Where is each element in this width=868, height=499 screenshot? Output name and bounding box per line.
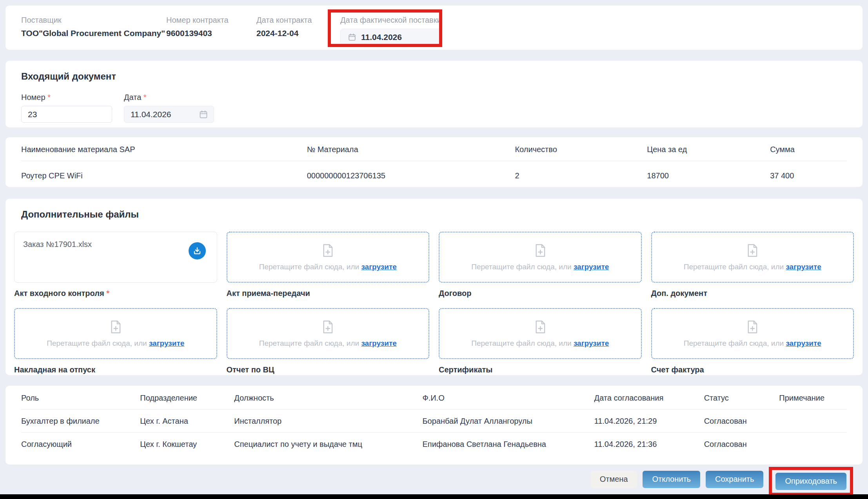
col-status: Статус xyxy=(704,386,779,410)
dropzone-text: Перетащите файл сюда, или загрузите xyxy=(684,339,821,348)
actual-delivery-label: Дата фактической поставки xyxy=(340,16,441,25)
file-plus-icon xyxy=(745,243,760,258)
file-dropzone[interactable]: Перетащите файл сюда, или загрузите xyxy=(651,308,854,359)
file-dropzone[interactable]: Перетащите файл сюда, или загрузите xyxy=(14,308,217,359)
file-slot: Перетащите файл сюда, или загрузите Накл… xyxy=(14,308,217,374)
file-dropzone[interactable]: Перетащите файл сюда, или загрузите xyxy=(651,232,854,283)
receive-button[interactable]: Оприходовать xyxy=(775,473,846,490)
file-plus-icon xyxy=(533,319,548,334)
dropzone-text: Перетащите файл сюда, или загрузите xyxy=(684,263,821,271)
file-plus-icon xyxy=(108,319,123,334)
document-number-input[interactable] xyxy=(21,106,112,123)
file-dropzone[interactable]: Перетащите файл сюда, или загрузите xyxy=(439,308,642,359)
supplier-value: ТОО"Global Procurement Company" xyxy=(21,29,166,38)
file-slot-label: Отчет по ВЦ xyxy=(227,365,430,374)
approval-row: Бухгалтер в филиале Цех г. Астана Инстал… xyxy=(21,410,847,433)
note-cell xyxy=(779,433,847,456)
position-cell: Специалист по учету и выдаче тмц xyxy=(234,433,422,456)
required-asterisk: * xyxy=(47,93,51,102)
status-cell: Согласован xyxy=(704,410,779,433)
quantity-cell: 2 xyxy=(515,161,647,192)
material-name-cell: Роутер CPE WiFi xyxy=(21,161,307,192)
upload-link[interactable]: загрузите xyxy=(149,339,184,347)
upload-link[interactable]: загрузите xyxy=(361,263,396,271)
upload-link[interactable]: загрузите xyxy=(574,263,609,271)
material-row: Роутер CPE WiFi 000000000123706135 2 187… xyxy=(21,161,847,192)
col-department: Подразделение xyxy=(140,386,234,410)
calendar-icon xyxy=(199,110,208,119)
fullname-cell: Боранбай Дулат Аллангорулы xyxy=(422,410,594,433)
contract-date-value: 2024-12-04 xyxy=(256,29,340,38)
col-approval-date: Дата согласования xyxy=(594,386,704,410)
uploaded-filename: Заказ №17901.xlsx xyxy=(23,240,92,249)
footer-actions: Отмена Отклонить Сохранить Оприходовать xyxy=(5,465,863,494)
materials-table: Наименование материала SAP № Материала К… xyxy=(21,137,847,191)
supplier-label: Поставщик xyxy=(21,16,166,25)
department-cell: Цех г. Астана xyxy=(140,410,234,433)
contract-number-field: Номер контракта 9600139403 xyxy=(166,16,256,38)
files-grid: Заказ №17901.xlsx Акт входного контроля … xyxy=(14,232,854,374)
document-date-field: Дата * 11.04.2026 xyxy=(124,93,214,123)
upload-link[interactable]: загрузите xyxy=(786,339,821,347)
file-plus-icon xyxy=(320,243,335,258)
col-material-name: Наименование материала SAP xyxy=(21,137,307,161)
file-dropzone[interactable]: Перетащите файл сюда, или загрузите xyxy=(227,232,430,283)
file-dropzone[interactable]: Перетащите файл сюда, или загрузите xyxy=(439,232,642,283)
file-slot: Перетащите файл сюда, или загрузите Акт … xyxy=(227,232,430,298)
approvals-table: Роль Подразделение Должность Ф.И.О Дата … xyxy=(21,386,847,455)
approvals-table-card: Роль Подразделение Должность Ф.И.О Дата … xyxy=(5,386,863,465)
role-cell: Согласующий xyxy=(21,433,140,456)
file-plus-icon xyxy=(745,319,760,334)
col-total: Сумма xyxy=(770,137,847,161)
dropzone-text: Перетащите файл сюда, или загрузите xyxy=(47,339,184,348)
cancel-button[interactable]: Отмена xyxy=(590,471,637,488)
actual-delivery-date-picker[interactable]: 11.04.2026 xyxy=(340,29,441,45)
position-cell: Инсталлятор xyxy=(234,410,422,433)
col-fullname: Ф.И.О xyxy=(422,386,594,410)
incoming-document-fields: Номер * Дата * 11.04.2026 xyxy=(21,93,847,123)
upload-link[interactable]: загрузите xyxy=(361,339,396,347)
file-slot-label: Акт приема-передачи xyxy=(227,289,430,298)
download-file-button[interactable] xyxy=(189,242,206,259)
file-slot: Перетащите файл сюда, или загрузите Дого… xyxy=(439,232,642,298)
file-dropzone[interactable]: Перетащите файл сюда, или загрузите xyxy=(227,308,430,359)
actual-delivery-date-value: 11.04.2026 xyxy=(361,33,402,42)
supplier-field: Поставщик ТОО"Global Procurement Company… xyxy=(21,16,166,38)
document-number-label: Номер * xyxy=(21,93,112,102)
contract-number-value: 9600139403 xyxy=(166,29,256,38)
document-date-picker[interactable]: 11.04.2026 xyxy=(124,106,214,123)
file-slot-label: Договор xyxy=(439,289,642,298)
incoming-document-title: Входящий документ xyxy=(21,71,847,82)
file-slot: Перетащите файл сюда, или загрузите Серт… xyxy=(439,308,642,374)
incoming-document-card: Входящий документ Номер * Дата * 11.04.2… xyxy=(5,61,863,127)
save-button[interactable]: Сохранить xyxy=(706,471,763,488)
department-cell: Цех г. Кокшетау xyxy=(140,433,234,456)
approval-date-cell: 11.04.2026, 21:36 xyxy=(594,433,704,456)
file-slot-label: Счет фактура xyxy=(651,365,854,374)
upload-link[interactable]: загрузите xyxy=(574,339,609,347)
col-role: Роль xyxy=(21,386,140,410)
col-unit-price: Цена за ед xyxy=(647,137,770,161)
note-cell xyxy=(779,410,847,433)
status-cell: Согласован xyxy=(704,433,779,456)
file-slot-label: Сертификаты xyxy=(439,365,642,374)
dropzone-text: Перетащите файл сюда, или загрузите xyxy=(471,263,609,271)
material-number-cell: 000000000123706135 xyxy=(307,161,515,192)
file-slot: Перетащите файл сюда, или загрузите Отче… xyxy=(227,308,430,374)
unit-price-cell: 18700 xyxy=(647,161,770,192)
required-asterisk: * xyxy=(143,93,147,102)
document-number-field: Номер * xyxy=(21,93,112,123)
col-material-number: № Материала xyxy=(307,137,515,161)
fullname-cell: Епифанова Светлана Генадьевна xyxy=(422,433,594,456)
contract-number-label: Номер контракта xyxy=(166,16,256,25)
file-slot: Перетащите файл сюда, или загрузите Счет… xyxy=(651,308,854,374)
reject-button[interactable]: Отклонить xyxy=(643,471,700,488)
dropzone-text: Перетащите файл сюда, или загрузите xyxy=(471,339,609,348)
approvals-header-row: Роль Подразделение Должность Ф.И.О Дата … xyxy=(21,386,847,410)
contract-header-card: Поставщик ТОО"Global Procurement Company… xyxy=(5,5,863,50)
upload-link[interactable]: загрузите xyxy=(786,263,821,271)
download-icon xyxy=(192,246,202,256)
col-quantity: Количество xyxy=(515,137,647,161)
bottom-edge-strip xyxy=(0,494,868,499)
materials-table-card: Наименование материала SAP № Материала К… xyxy=(5,137,863,187)
